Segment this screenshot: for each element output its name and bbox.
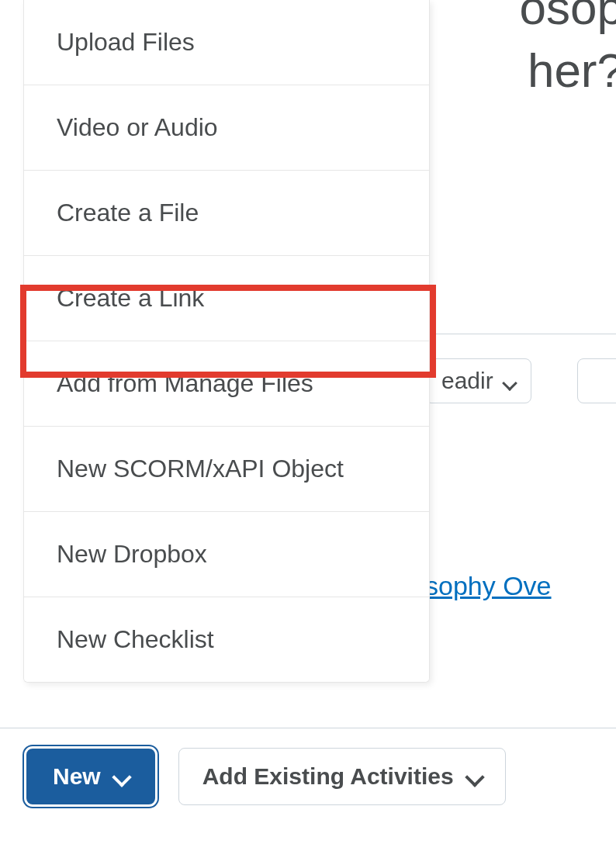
- menu-item-new-scorm-xapi-object[interactable]: New SCORM/xAPI Object: [24, 427, 429, 512]
- new-button[interactable]: New: [26, 749, 155, 804]
- action-bar: New Add Existing Activities: [26, 748, 506, 805]
- menu-item-upload-files[interactable]: Upload Files: [24, 0, 429, 85]
- chevron-down-icon: [115, 763, 129, 790]
- menu-item-new-dropbox[interactable]: New Dropbox: [24, 512, 429, 597]
- menu-item-create-a-file[interactable]: Create a File: [24, 171, 429, 256]
- menu-item-new-checklist[interactable]: New Checklist: [24, 597, 429, 682]
- secondary-pill[interactable]: [577, 358, 616, 403]
- add-existing-activities-button[interactable]: Add Existing Activities: [178, 748, 506, 805]
- content-link-fragment[interactable]: sophy Ove: [425, 571, 552, 601]
- page-title-fragment-2: her?: [528, 43, 616, 98]
- new-dropdown-menu: Upload Files Video or Audio Create a Fil…: [23, 0, 430, 683]
- divider: [419, 334, 616, 334]
- divider: [0, 728, 616, 728]
- new-button-label: New: [53, 763, 101, 790]
- page-title-fragment-1: osop: [520, 0, 616, 40]
- menu-item-create-a-link[interactable]: Create a Link: [24, 256, 429, 341]
- chevron-down-icon: [468, 763, 482, 790]
- add-existing-label: Add Existing Activities: [202, 763, 454, 790]
- dropdown-pill[interactable]: eadir: [425, 358, 531, 403]
- menu-item-add-from-manage-files[interactable]: Add from Manage Files: [24, 341, 429, 427]
- chevron-down-icon: [504, 368, 515, 394]
- menu-item-video-or-audio[interactable]: Video or Audio: [24, 85, 429, 171]
- dropdown-pill-label: eadir: [441, 368, 493, 394]
